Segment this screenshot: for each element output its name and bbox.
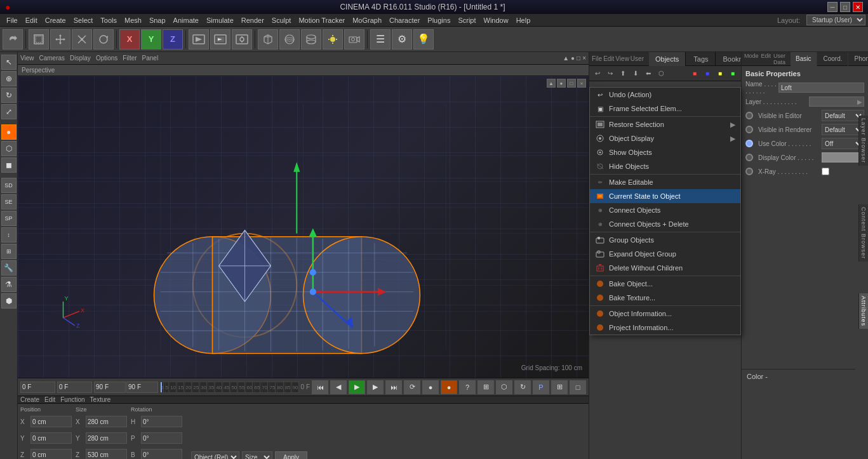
time-end-input[interactable] — [94, 382, 126, 393]
attr-edit-tab[interactable]: Edit — [761, 53, 771, 65]
obj-color-2[interactable]: ■ — [702, 68, 713, 79]
panel-tab[interactable]: Panel — [142, 55, 159, 62]
viewport-corner-3[interactable]: □ — [567, 79, 576, 88]
left-tool-scale[interactable]: ⤢ — [1, 104, 17, 119]
menu-edit[interactable]: Edit — [22, 17, 41, 24]
tool-extra-2[interactable]: ⚙ — [392, 29, 412, 50]
display-color-radio[interactable] — [745, 154, 753, 161]
cylinder-button[interactable] — [301, 29, 321, 50]
obj-user-tab[interactable]: User — [631, 55, 644, 62]
left-tool-pointer[interactable]: ↖ — [1, 55, 17, 70]
viewport-icon-1[interactable]: ▲ — [563, 55, 569, 62]
pos-x-input[interactable] — [30, 416, 72, 427]
use-color-radio[interactable] — [745, 140, 753, 147]
rot-b-input[interactable] — [141, 449, 182, 459]
tab-create[interactable]: Create — [20, 396, 39, 403]
attr-mode-tab[interactable]: Mode — [744, 53, 759, 65]
visible-editor-select[interactable]: Default On Off — [822, 110, 864, 121]
ctx-group[interactable]: Group Objects — [590, 233, 740, 247]
time-end2-input[interactable] — [126, 382, 158, 393]
viewport-corner-2[interactable]: ● — [557, 79, 566, 88]
y-axis-button[interactable]: Y — [141, 29, 161, 50]
minimize-button[interactable]: ─ — [827, 2, 838, 12]
left-tool-5[interactable]: ⊞ — [1, 244, 17, 259]
ctx-proj-info[interactable]: Project Information... — [590, 321, 740, 335]
ctx-obj-info[interactable]: Object Information... — [590, 307, 740, 321]
obj-color-1[interactable]: ■ — [689, 68, 700, 79]
light-button[interactable] — [323, 29, 343, 50]
apply-button[interactable]: Apply — [275, 451, 307, 459]
ctx-make-editable[interactable]: ✏ Make Editable — [590, 175, 740, 189]
close-button[interactable]: ✕ — [853, 2, 863, 12]
left-tool-move[interactable]: ⊕ — [1, 71, 17, 86]
size-type-select[interactable]: Size Scale — [242, 451, 272, 459]
obj-edit-tab[interactable]: Edit — [603, 55, 614, 62]
goto-end-button[interactable]: ⏭ — [385, 380, 402, 394]
time-start-input[interactable] — [20, 382, 55, 393]
prev-frame-button[interactable]: ◀ — [330, 380, 347, 394]
viewport-corner-1[interactable]: ▲ — [547, 79, 556, 88]
left-tool-4[interactable]: ↕ — [1, 227, 17, 243]
next-frame-button[interactable]: ▶ — [367, 380, 384, 394]
viewport-canvas[interactable]: X Y Z Grid Spacing: 100 cm ▲ ● □ × — [18, 76, 589, 378]
ctx-bake-texture[interactable]: Bake Texture... — [590, 291, 740, 305]
name-input[interactable] — [778, 83, 864, 93]
goto-start-button[interactable]: ⏮ — [312, 380, 328, 394]
menu-sculpt[interactable]: Sculpt — [268, 17, 295, 24]
rot-p-input[interactable] — [141, 432, 182, 444]
coord-tab[interactable]: Coord. — [818, 52, 848, 66]
menu-script[interactable]: Script — [454, 17, 479, 24]
obj-tool-2[interactable]: ↪ — [604, 68, 616, 79]
menu-animate[interactable]: Animate — [170, 17, 203, 24]
menu-character[interactable]: Character — [385, 17, 424, 24]
left-tool-1[interactable]: SD — [1, 178, 17, 193]
undo-button[interactable] — [3, 29, 23, 50]
display-color-swatch[interactable] — [822, 152, 864, 163]
xray-radio[interactable] — [745, 168, 753, 175]
menu-motiontracker[interactable]: Motion Tracker — [295, 17, 349, 24]
menu-mograph[interactable]: MoGraph — [349, 17, 385, 24]
obj-file-tab[interactable]: File — [592, 55, 602, 62]
options-tab[interactable]: Options — [96, 55, 117, 62]
obj-view-tab[interactable]: View — [615, 55, 629, 62]
menu-tools[interactable]: Tools — [97, 17, 121, 24]
attributes-side-label[interactable]: Attributes — [858, 293, 868, 329]
cameras-tab[interactable]: Cameras — [39, 55, 65, 62]
ctx-connect-delete[interactable]: ⊕ Connect Objects + Delete — [590, 217, 740, 231]
phong-tab[interactable]: Phong — [850, 52, 868, 66]
viewport-corner-4[interactable]: × — [577, 79, 586, 88]
pos-y-input[interactable] — [30, 432, 72, 444]
visible-renderer-select[interactable]: Default On Off — [822, 124, 864, 135]
render-to-picture-button[interactable] — [189, 29, 209, 50]
ctx-delete-no-children[interactable]: Delete Without Children — [590, 261, 740, 275]
tab-function[interactable]: Function — [60, 396, 84, 403]
left-tool-polygons[interactable]: ◼ — [1, 157, 17, 173]
obj-tool-5[interactable]: ⬅ — [643, 68, 654, 79]
camera-button[interactable] — [344, 29, 364, 50]
autokey-button[interactable]: ● — [441, 380, 457, 394]
z-axis-button[interactable]: Z — [163, 29, 183, 50]
size-y-input[interactable] — [86, 432, 127, 444]
menu-file[interactable]: File — [3, 17, 22, 24]
motion4-button[interactable]: P — [533, 380, 549, 394]
tab-texture[interactable]: Texture — [90, 396, 111, 403]
ctx-current-state[interactable]: Current State to Object — [590, 189, 740, 203]
motion-button[interactable]: ⊞ — [477, 380, 494, 394]
view-tab[interactable]: View — [20, 55, 34, 62]
rot-h-input[interactable] — [141, 416, 182, 427]
filter-tab[interactable]: Filter — [123, 55, 137, 62]
menu-plugins[interactable]: Plugins — [424, 17, 454, 24]
timeline-strip[interactable]: 0 5 10 15 20 25 30 35 — [160, 382, 299, 393]
cube-button[interactable] — [258, 29, 278, 50]
menu-simulate[interactable]: Simulate — [203, 17, 237, 24]
ctx-frame-selected[interactable]: ▣ Frame Selected Elem... — [590, 102, 740, 116]
visible-renderer-radio[interactable] — [745, 126, 753, 133]
sphere-button[interactable] — [279, 29, 300, 50]
tab-edit[interactable]: Edit — [44, 396, 55, 403]
menu-mesh[interactable]: Mesh — [121, 17, 145, 24]
tool-extra-3[interactable]: 💡 — [413, 29, 434, 50]
left-tool-3[interactable]: SP — [1, 211, 17, 226]
visible-editor-radio[interactable] — [745, 112, 753, 119]
size-z-input[interactable] — [86, 449, 127, 459]
maximize-button[interactable]: □ — [840, 2, 850, 12]
